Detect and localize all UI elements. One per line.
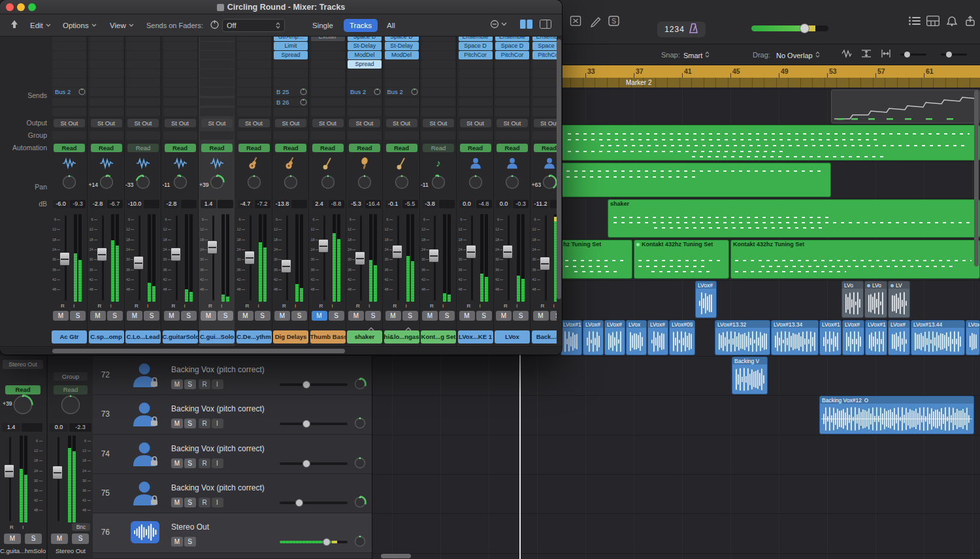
pan-knob[interactable] [467,174,484,193]
volume-slider[interactable] [280,502,348,504]
mute-button[interactable]: M [459,311,475,321]
audio-region[interactable]: LVox [966,320,980,355]
input-monitor-label[interactable]: I [553,303,555,309]
audio-fx-slot[interactable]: Ensemble [495,37,529,41]
solo-button[interactable]: S [72,534,89,544]
group-slot[interactable] [237,131,271,140]
audio-fx-slot[interactable]: PitchCor [495,51,529,59]
drag-dropdown[interactable]: No Overlap [776,48,820,61]
audio-region[interactable]: LVo [841,281,864,318]
volume-slider-knob[interactable] [323,538,331,546]
fader-cap[interactable] [244,251,255,264]
group-slot[interactable] [459,131,493,140]
empty-send-slot[interactable] [495,98,529,106]
vertical-scrollbar-thumb[interactable] [974,90,979,266]
mixer-horizontal-scrollbar[interactable] [0,346,562,355]
empty-fx-slot[interactable] [200,60,234,69]
audio-fx-slot[interactable]: ModDel [348,51,382,59]
empty-fx-slot[interactable] [163,78,197,87]
audio-region[interactable]: LVox# [842,320,864,355]
volume-slider-knob[interactable] [302,381,310,389]
horizontal-zoom-slider[interactable] [941,54,967,56]
input-monitor-button[interactable]: I [212,419,223,428]
empty-fx-slot[interactable] [459,78,493,87]
pointer-arrow-icon[interactable] [9,19,20,32]
empty-send-slot[interactable] [126,108,160,116]
audio-fx-slot[interactable]: Space D [459,42,493,50]
record-enable-button[interactable]: R [199,458,210,468]
audio-region[interactable]: Backing Vox#12 [819,396,974,434]
input-monitor-button[interactable]: I [212,498,223,507]
pan-knob[interactable] [353,456,367,473]
track-header-row[interactable]: 73Backing Vox (pitch correct)MSRI [93,395,372,435]
pencil-tool-icon[interactable] [589,14,602,30]
empty-fx-slot[interactable] [495,69,529,78]
empty-send-slot[interactable] [90,108,123,116]
pan-knob[interactable] [12,394,34,419]
automation-mode-button[interactable]: Read [201,144,233,152]
empty-send-slot[interactable] [495,108,529,116]
track-header-row[interactable] [93,553,372,559]
empty-fx-slot[interactable] [495,78,529,87]
audio-fx-slot[interactable]: St-Delay [348,42,382,50]
empty-send-slot[interactable] [52,98,86,106]
pan-knob[interactable] [353,377,367,394]
master-volume-slider[interactable] [751,25,828,31]
pan-knob[interactable] [98,174,115,193]
automation-mode-button[interactable]: Read [312,144,344,152]
solo-button[interactable]: S [184,498,196,507]
channel-name-button[interactable]: C.Lo...Lead [125,330,161,343]
empty-fx-slot[interactable] [311,69,345,78]
audio-region[interactable]: LV [888,281,910,318]
empty-fx-slot[interactable] [311,78,345,87]
audio-region[interactable]: LVo [864,281,887,318]
channel-name-button[interactable]: Back...re [532,330,557,343]
fader-track[interactable] [286,216,288,300]
midi-region[interactable]: hz Tuning Set [561,240,632,279]
channel-name-button[interactable]: C.De...ythm [237,330,272,343]
edit-menu[interactable]: Edit [30,22,51,29]
solo-button[interactable]: S [329,311,344,321]
empty-send-slot[interactable] [237,108,271,116]
group-slot[interactable] [421,131,455,140]
empty-fx-slot[interactable] [385,69,419,78]
output-slot[interactable]: St Out [534,119,557,127]
solo-button[interactable]: S [402,311,418,321]
automation-mode-button[interactable]: Read [275,144,306,152]
share-icon[interactable] [964,15,976,29]
channel-name-button[interactable]: Thumb Bass [310,330,346,343]
empty-send-slot[interactable] [200,98,234,106]
empty-fx-slot[interactable] [163,42,197,50]
solo-button[interactable]: S [365,311,381,321]
send-slot[interactable]: Bus 2 [52,88,86,96]
audio-region[interactable]: LVox#1 [819,320,841,355]
group-slot[interactable] [348,131,382,140]
empty-fx-slot[interactable] [126,42,160,50]
automation-mode-button[interactable]: Read [349,144,380,152]
audio-region[interactable]: LVox#09 [669,320,695,355]
empty-send-slot[interactable] [348,108,382,116]
pan-knob[interactable] [353,495,367,512]
empty-fx-slot[interactable] [200,51,234,59]
pan-knob[interactable] [393,174,410,193]
audio-fx-slot[interactable]: Space D [532,42,557,50]
audio-region[interactable] [831,89,980,123]
solo-button[interactable]: S [144,311,159,321]
volume-slider[interactable] [280,541,348,543]
audio-region[interactable]: Backing V [732,357,768,394]
pan-knob[interactable] [319,174,336,193]
mute-button[interactable]: M [171,537,183,547]
mixer-titlebar[interactable]: Circling Round - Mixer: Tracks [0,0,562,14]
empty-fx-slot[interactable] [126,51,160,59]
empty-fx-slot[interactable] [200,42,234,50]
fader-cap[interactable] [4,464,14,478]
audio-fx-slot[interactable]: Space D [348,37,382,41]
group-slot[interactable]: Group [54,372,88,381]
output-slot[interactable]: St Out [91,119,122,127]
view-tracks-button[interactable]: Tracks [344,19,378,32]
group-slot[interactable] [385,131,419,140]
output-slot[interactable]: St Out [127,119,159,127]
audio-fx-slot[interactable]: Exciter [311,37,345,41]
channel-name-button[interactable]: C.sp...omp [89,330,124,343]
solo-button[interactable]: S [184,458,196,468]
